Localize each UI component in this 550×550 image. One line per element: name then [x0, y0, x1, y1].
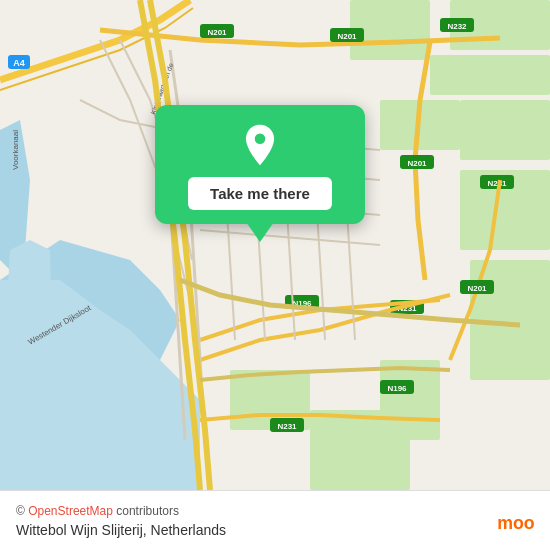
location-pin-icon: [238, 123, 282, 167]
map-view: A4 N201 N201 N232 N201 N231 N201 N231 N1…: [0, 0, 550, 490]
svg-text:N196: N196: [387, 384, 407, 393]
take-me-there-button[interactable]: Take me there: [188, 177, 332, 210]
svg-rect-7: [430, 55, 550, 95]
location-title: Wittebol Wijn Slijterij, Netherlands: [16, 522, 226, 538]
attribution-suffix: contributors: [113, 504, 179, 518]
svg-text:moovit: moovit: [497, 512, 534, 532]
svg-rect-9: [460, 100, 550, 160]
svg-text:N231: N231: [277, 422, 297, 431]
moovit-icon: moovit: [496, 502, 534, 540]
svg-text:N232: N232: [447, 22, 467, 31]
footer: © OpenStreetMap contributors Wittebol Wi…: [0, 490, 550, 550]
svg-text:N201: N201: [407, 159, 427, 168]
svg-text:N201: N201: [467, 284, 487, 293]
openstreetmap-link[interactable]: OpenStreetMap: [28, 504, 113, 518]
moovit-logo: moovit: [496, 502, 534, 540]
svg-point-41: [255, 134, 266, 145]
svg-rect-14: [310, 410, 410, 490]
svg-text:A4: A4: [13, 58, 25, 68]
location-popup: Take me there: [155, 105, 365, 224]
svg-text:Voorkanaal: Voorkanaal: [11, 130, 20, 170]
svg-text:N201: N201: [207, 28, 227, 37]
attribution-prefix: ©: [16, 504, 28, 518]
map-attribution: © OpenStreetMap contributors: [16, 504, 226, 518]
svg-text:N201: N201: [337, 32, 357, 41]
